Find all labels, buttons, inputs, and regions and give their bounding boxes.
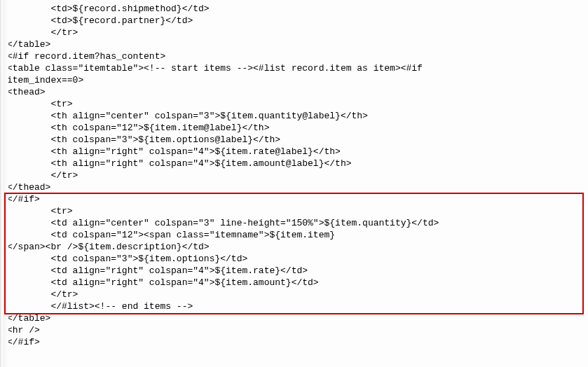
code-line[interactable]: <#if record.item?has_content> xyxy=(7,50,582,62)
code-line[interactable]: </#if> xyxy=(7,193,582,205)
code-line[interactable]: <td align="right" colspan="4">${item.amo… xyxy=(7,277,582,289)
code-line[interactable]: </thead> xyxy=(7,181,582,193)
code-line[interactable]: </#if> xyxy=(7,336,582,348)
code-line[interactable]: <th align="right" colspan="4">${item.amo… xyxy=(7,158,582,169)
code-line[interactable]: <td colspan="3">${item.options}</td> xyxy=(7,253,582,265)
code-line[interactable]: <thead> xyxy=(7,86,582,98)
code-line[interactable]: <tr> xyxy=(7,205,582,217)
code-line[interactable]: <hr /> xyxy=(7,324,582,336)
code-line[interactable]: </tr> xyxy=(7,27,582,39)
code-line[interactable]: item_index==0> xyxy=(7,74,582,86)
code-line[interactable]: <th align="right" colspan="4">${item.rat… xyxy=(7,146,582,158)
code-line[interactable]: <td align="center" colspan="3" line-heig… xyxy=(7,217,582,229)
code-line[interactable]: <tr> xyxy=(7,98,582,110)
code-line[interactable]: <td>${record.partner}</td> xyxy=(7,15,582,27)
code-block[interactable]: <td>${record.shipmethod}</td> <td>${reco… xyxy=(7,3,582,348)
code-line[interactable]: </table> xyxy=(7,312,582,324)
code-line[interactable]: </#list><!-- end items --> xyxy=(7,300,582,312)
code-line[interactable]: <td>${record.shipmethod}</td> xyxy=(7,3,582,15)
code-line[interactable]: </tr> xyxy=(7,289,582,300)
code-line[interactable]: </span><br />${item.description}</td> xyxy=(7,241,582,253)
code-line[interactable]: </table> xyxy=(7,39,582,50)
code-line[interactable]: <table class="itemtable"><!-- start item… xyxy=(7,62,582,74)
code-line[interactable]: <td align="right" colspan="4">${item.rat… xyxy=(7,265,582,277)
code-line[interactable]: <th colspan="12">${item.item@label}</th> xyxy=(7,122,582,134)
code-line[interactable]: </tr> xyxy=(7,169,582,181)
code-line[interactable]: <th align="center" colspan="3">${item.qu… xyxy=(7,110,582,122)
code-line[interactable]: <th colspan="3">${item.options@label}</t… xyxy=(7,134,582,146)
code-editor-viewport: <td>${record.shipmethod}</td> <td>${reco… xyxy=(0,0,588,367)
code-line[interactable]: <td colspan="12"><span class="itemname">… xyxy=(7,229,582,241)
